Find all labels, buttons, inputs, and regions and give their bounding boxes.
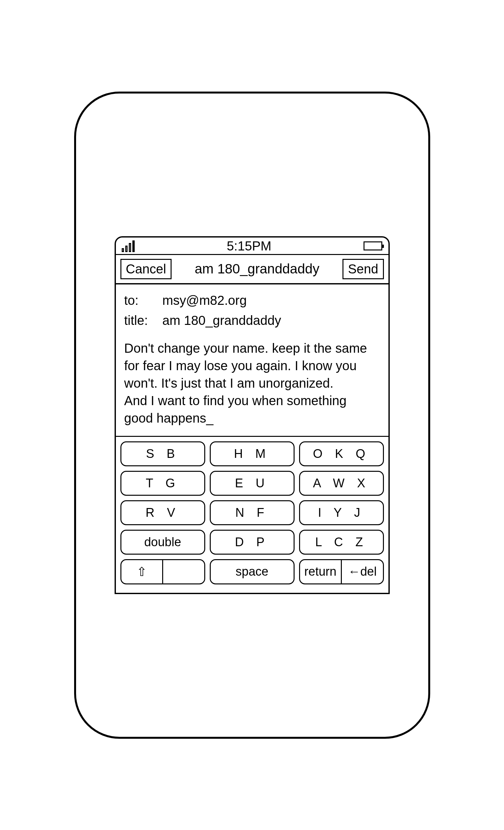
key-shift-group: ⇧	[120, 559, 205, 584]
key-return[interactable]: return	[300, 560, 342, 583]
keyboard: S B H M O K Q T G E U A W X R V N F I Y …	[116, 437, 388, 593]
device-frame: 5:15PM Cancel am 180_granddaddy Send to:…	[74, 92, 430, 739]
nav-bar: Cancel am 180_granddaddy Send	[116, 254, 388, 284]
to-label: to:	[124, 292, 153, 309]
title-row: title: am 180_granddaddy	[124, 312, 380, 329]
to-value[interactable]: msy@m82.org	[162, 292, 247, 309]
signal-icon	[122, 240, 135, 252]
shift-icon: ⇧	[136, 565, 147, 579]
key-OKQ[interactable]: O K Q	[299, 441, 384, 466]
send-button[interactable]: Send	[343, 259, 384, 279]
to-row: to: msy@m82.org	[124, 292, 380, 309]
key-SB[interactable]: S B	[120, 441, 205, 466]
key-TG[interactable]: T G	[120, 471, 205, 496]
key-return-del-group: return ←del	[299, 559, 384, 584]
key-DP[interactable]: D P	[210, 530, 294, 555]
key-IYJ[interactable]: I Y J	[299, 500, 384, 525]
key-shift[interactable]: ⇧	[121, 560, 163, 583]
key-blank[interactable]	[163, 560, 204, 583]
cancel-button[interactable]: Cancel	[120, 259, 172, 279]
key-EU[interactable]: E U	[210, 471, 294, 496]
key-NF[interactable]: N F	[210, 500, 294, 525]
title-value[interactable]: am 180_granddaddy	[162, 312, 281, 329]
key-del[interactable]: ←del	[342, 560, 383, 583]
message-body[interactable]: Don't change your name. keep it the same…	[124, 340, 380, 427]
screen: 5:15PM Cancel am 180_granddaddy Send to:…	[115, 236, 390, 594]
title-label: title:	[124, 312, 153, 329]
compose-area: to: msy@m82.org title: am 180_granddaddy…	[116, 284, 388, 437]
key-HM[interactable]: H M	[210, 441, 294, 466]
clock: 5:15PM	[227, 239, 272, 253]
key-AWX[interactable]: A W X	[299, 471, 384, 496]
battery-icon	[364, 242, 382, 251]
nav-title: am 180_granddaddy	[176, 261, 338, 277]
key-double[interactable]: double	[120, 530, 205, 555]
status-bar: 5:15PM	[116, 237, 388, 254]
key-LCZ[interactable]: L C Z	[299, 530, 384, 555]
key-RV[interactable]: R V	[120, 500, 205, 525]
key-space[interactable]: space	[210, 559, 294, 584]
